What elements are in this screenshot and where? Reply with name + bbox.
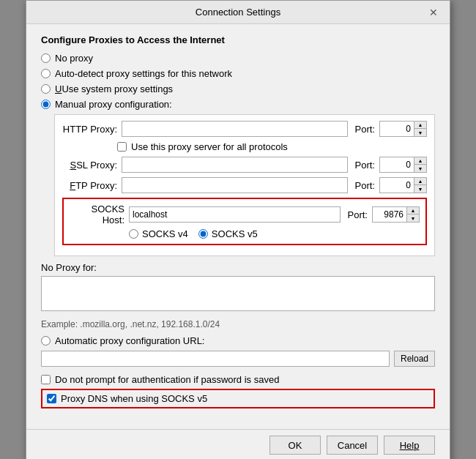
dialog-title: Connection Settings bbox=[50, 7, 426, 18]
cancel-button[interactable]: Cancel bbox=[327, 436, 378, 455]
use-for-all-label[interactable]: Use this proxy server for all protocols bbox=[131, 141, 288, 152]
ssl-port-up[interactable]: ▲ bbox=[414, 157, 426, 165]
ftp-port-spinner: ▲ ▼ bbox=[414, 177, 427, 193]
socks-host-input[interactable] bbox=[129, 206, 341, 223]
connection-settings-dialog: Connection Settings ✕ Configure Proxies … bbox=[26, 0, 450, 459]
ok-button[interactable]: OK bbox=[269, 436, 321, 455]
socks-port-up[interactable]: ▲ bbox=[407, 207, 419, 214]
ftp-port-input[interactable] bbox=[379, 177, 414, 193]
reload-button[interactable]: Reload bbox=[394, 351, 435, 367]
ftp-proxy-row: FTP Proxy: Port: ▲ ▼ bbox=[62, 177, 427, 193]
http-port-wrap: ▲ ▼ bbox=[379, 121, 427, 137]
socks-v5-label[interactable]: SOCKS v5 bbox=[212, 228, 258, 239]
ftp-proxy-input[interactable] bbox=[122, 177, 348, 193]
http-port-up[interactable]: ▲ bbox=[414, 122, 426, 129]
socks-port-down[interactable]: ▼ bbox=[407, 214, 419, 222]
auto-proxy-radio[interactable] bbox=[41, 336, 51, 346]
no-auth-checkbox[interactable] bbox=[41, 375, 51, 384]
no-proxy-for-label: No Proxy for: bbox=[41, 262, 435, 273]
socks-port-label: Port: bbox=[348, 209, 368, 220]
proxy-dns-checkbox[interactable] bbox=[47, 394, 56, 403]
ssl-proxy-row: SSL Proxy: Port: ▲ ▼ bbox=[62, 157, 427, 173]
title-bar: Connection Settings ✕ bbox=[26, 1, 450, 24]
ssl-proxy-input[interactable] bbox=[122, 157, 348, 173]
http-proxy-input[interactable] bbox=[122, 121, 348, 137]
http-port-down[interactable]: ▼ bbox=[414, 129, 426, 136]
http-port-input[interactable] bbox=[379, 121, 414, 137]
ftp-proxy-label: FTP Proxy: bbox=[62, 180, 117, 191]
ssl-port-spinner: ▲ ▼ bbox=[414, 157, 427, 173]
ftp-port-wrap: ▲ ▼ bbox=[379, 177, 427, 193]
manual-proxy-option: Manual proxy configuration: bbox=[41, 99, 435, 110]
auto-proxy-url-input[interactable] bbox=[41, 351, 390, 367]
no-proxy-section: No Proxy for: bbox=[41, 262, 435, 313]
http-proxy-label: HTTP Proxy: bbox=[62, 124, 117, 135]
socks-port-wrap: ▲ ▼ bbox=[372, 206, 420, 223]
auto-detect-option: Auto-detect proxy settings for this netw… bbox=[41, 68, 435, 79]
ssl-port-wrap: ▲ ▼ bbox=[379, 157, 427, 173]
no-proxy-textarea[interactable] bbox=[41, 276, 435, 311]
socks-host-row: SOCKS Host: Port: ▲ ▼ bbox=[70, 204, 420, 225]
proxy-dns-label[interactable]: Proxy DNS when using SOCKS v5 bbox=[61, 393, 207, 404]
ssl-proxy-label: SSL Proxy: bbox=[62, 160, 117, 171]
socks-v4-option: SOCKS v4 bbox=[129, 228, 188, 239]
manual-proxy-label[interactable]: Manual proxy configuration: bbox=[55, 99, 172, 110]
system-proxy-option: UUse system proxy settings bbox=[41, 83, 435, 94]
ssl-port-label: Port: bbox=[355, 160, 375, 171]
socks-port-spinner: ▲ ▼ bbox=[407, 206, 420, 223]
no-proxy-radio[interactable] bbox=[41, 53, 51, 63]
no-auth-row: Do not prompt for authentication if pass… bbox=[41, 374, 435, 385]
socks-port-input[interactable] bbox=[372, 206, 407, 223]
auto-detect-radio[interactable] bbox=[41, 69, 51, 78]
socks-v5-radio[interactable] bbox=[198, 229, 208, 239]
socks-v5-option: SOCKS v5 bbox=[198, 228, 258, 239]
socks-box: SOCKS Host: Port: ▲ ▼ SOCKS v4 bbox=[62, 198, 427, 245]
no-auth-label[interactable]: Do not prompt for authentication if pass… bbox=[55, 374, 279, 385]
section-heading: Configure Proxies to Access the Internet bbox=[41, 34, 435, 45]
system-proxy-radio[interactable] bbox=[41, 84, 51, 94]
auto-detect-label[interactable]: Auto-detect proxy settings for this netw… bbox=[55, 68, 232, 79]
use-for-all-row: Use this proxy server for all protocols bbox=[117, 141, 427, 152]
example-text: Example: .mozilla.org, .net.nz, 192.168.… bbox=[41, 319, 435, 329]
proxy-dns-box: Proxy DNS when using SOCKS v5 bbox=[41, 389, 435, 408]
use-for-all-checkbox[interactable] bbox=[117, 142, 127, 152]
help-button[interactable]: Help bbox=[384, 436, 435, 455]
ftp-port-up[interactable]: ▲ bbox=[414, 178, 426, 185]
auto-proxy-option: Automatic proxy configuration URL: bbox=[41, 335, 435, 346]
close-button[interactable]: ✕ bbox=[426, 7, 441, 18]
ssl-port-down[interactable]: ▼ bbox=[414, 165, 426, 172]
socks-v4-radio[interactable] bbox=[129, 229, 138, 239]
manual-proxy-radio[interactable] bbox=[41, 100, 51, 109]
auto-proxy-input-row: Reload bbox=[41, 351, 435, 367]
system-proxy-label[interactable]: UUse system proxy settings bbox=[55, 83, 173, 94]
dialog-content: Configure Proxies to Access the Internet… bbox=[26, 24, 450, 429]
auto-proxy-label[interactable]: Automatic proxy configuration URL: bbox=[55, 335, 204, 346]
bottom-checkboxes: Do not prompt for authentication if pass… bbox=[41, 374, 435, 408]
no-proxy-label[interactable]: No proxy bbox=[55, 53, 93, 64]
ssl-port-input[interactable] bbox=[379, 157, 414, 173]
http-port-label: Port: bbox=[355, 124, 375, 135]
socks-host-label: SOCKS Host: bbox=[70, 204, 124, 225]
socks-v4-label[interactable]: SOCKS v4 bbox=[142, 228, 188, 239]
ftp-port-label: Port: bbox=[355, 180, 375, 191]
no-proxy-option: No proxy bbox=[41, 53, 435, 64]
manual-config-box: HTTP Proxy: Port: ▲ ▼ Use this proxy ser… bbox=[54, 114, 435, 256]
button-row: OK Cancel Help bbox=[26, 429, 450, 459]
http-port-spinner: ▲ ▼ bbox=[414, 121, 427, 137]
http-proxy-row: HTTP Proxy: Port: ▲ ▼ bbox=[62, 121, 427, 137]
ftp-port-down[interactable]: ▼ bbox=[414, 185, 426, 193]
socks-version-row: SOCKS v4 SOCKS v5 bbox=[70, 228, 420, 239]
